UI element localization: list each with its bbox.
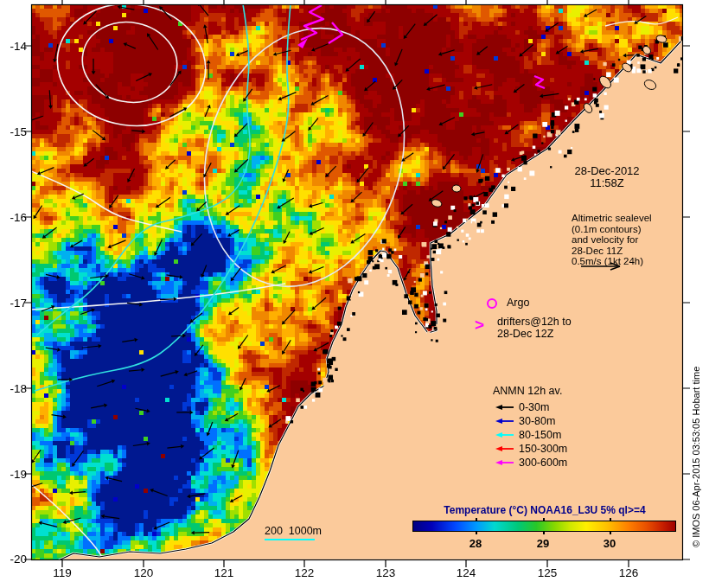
colorbar-title: Temperature (°C) NOAA16_L3U 5% ql>=4 xyxy=(398,504,692,516)
colorbar-tick xyxy=(610,518,611,521)
anmn-legend-item: 30-80m xyxy=(493,414,567,428)
anmn-item-label: 150-300m xyxy=(519,443,567,455)
left-arrow-icon xyxy=(495,404,514,411)
anmn-legend-title: ANMN 12h av. xyxy=(493,385,567,397)
lon-tick-label: 119 xyxy=(45,566,80,579)
imos-credit: © IMOS 06-Apr-2015 03:53:05 Hobart time xyxy=(691,367,701,547)
altimetric-note: Altimetric sealevel (0.1m contours) and … xyxy=(572,213,652,267)
anmn-legend-item: 150-300m xyxy=(493,442,567,456)
lon-tick-label: 123 xyxy=(368,566,403,579)
lat-tick-label: -18 xyxy=(1,382,27,395)
lon-tick-label: 120 xyxy=(126,566,161,579)
lat-tick-label: -17 xyxy=(1,297,27,310)
lon-tick-label: 125 xyxy=(530,566,565,579)
anmn-legend-item: 0-30m xyxy=(493,400,567,414)
lat-tick-label: -16 xyxy=(1,211,27,224)
lat-tick-label: -20 xyxy=(1,553,27,566)
sst-map-figure: 119 120 121 122 123 124 125 126 -14 -15 … xyxy=(0,0,709,588)
drifter-arrow-icon: > xyxy=(475,316,484,333)
colorbar-tick-label: 29 xyxy=(537,537,549,550)
argo-label: Argo xyxy=(507,297,529,309)
anmn-legend: ANMN 12h av. 0-30m 30-80m 80-150m 150-30… xyxy=(493,385,567,470)
colorbar xyxy=(412,521,676,532)
colorbar-tick-label: 28 xyxy=(469,537,482,550)
velocity-scale-arrow-icon xyxy=(581,262,621,271)
colorbar-tick-label: 30 xyxy=(604,537,616,550)
timestamp-annotation: 28-Dec-2012 11:58Z xyxy=(562,165,652,189)
anmn-item-label: 30-80m xyxy=(519,415,555,427)
anmn-item-label: 0-30m xyxy=(519,401,549,413)
anmn-item-label: 300-600m xyxy=(519,457,567,469)
left-arrow-icon xyxy=(495,431,514,438)
lon-tick-label: 122 xyxy=(287,566,322,579)
altimetric-line: 28-Dec 11Z xyxy=(572,246,652,257)
anmn-legend-item: 300-600m xyxy=(493,456,567,470)
left-arrow-icon xyxy=(495,445,514,452)
lat-tick-label: -15 xyxy=(1,125,27,138)
lat-tick-label: -19 xyxy=(1,468,27,481)
left-arrow-icon xyxy=(495,459,514,466)
lon-tick-label: 126 xyxy=(611,566,646,579)
bathymetry-key-line xyxy=(265,539,315,540)
timestamp-time: 11:58Z xyxy=(562,177,652,189)
bathymetry-key-label: 200 1000m xyxy=(265,525,322,537)
anmn-item-label: 80-150m xyxy=(519,429,561,441)
altimetric-line: and velocity for xyxy=(572,234,652,246)
altimetric-line: (0.1m contours) xyxy=(572,224,652,235)
lon-tick-label: 121 xyxy=(207,566,241,579)
colorbar-tick xyxy=(543,531,545,534)
colorbar-tick xyxy=(476,518,477,521)
argo-marker-icon xyxy=(487,298,497,309)
timestamp-date: 28-Dec-2012 xyxy=(562,165,652,177)
lon-tick-label: 124 xyxy=(449,566,483,579)
altimetric-line: Altimetric sealevel xyxy=(572,213,652,224)
anmn-legend-item: 80-150m xyxy=(493,428,567,442)
colorbar-tick xyxy=(476,531,477,534)
colorbar-tick xyxy=(610,531,611,534)
left-arrow-icon xyxy=(495,418,514,425)
lat-tick-label: -14 xyxy=(1,40,27,53)
drifters-label: drifters@12h to 28-Dec 12Z xyxy=(497,316,572,340)
sst-map-canvas xyxy=(0,0,709,588)
colorbar-tick xyxy=(543,518,545,521)
